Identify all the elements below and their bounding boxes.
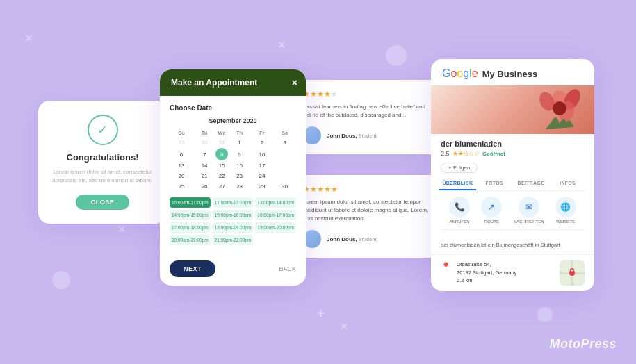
time-slots-grid: 10:00am-11:00pm 11:00am-12:00pm 13:00pm-… — [170, 197, 296, 245]
cal-cell[interactable]: 28 — [228, 181, 251, 192]
map-thumbnail[interactable] — [560, 260, 585, 286]
gmb-tabs: ÜBERBLICK FOTOS BEITRÄGE INFOS — [439, 177, 586, 191]
open-status: Geöffnet — [482, 151, 505, 157]
cal-cell[interactable]: 29 — [170, 138, 193, 148]
gmb-flower-image — [431, 85, 594, 134]
cal-cell[interactable]: 13 — [170, 160, 193, 171]
cal-cell[interactable]: 1 — [228, 138, 251, 148]
messages-label: NACHRICHTEN — [514, 220, 544, 224]
cal-cell[interactable]: 2 — [251, 138, 273, 148]
congrats-icon: ✓ — [88, 115, 118, 145]
modal-header: Make an Appointment × — [160, 69, 306, 96]
cal-day-sa: Sa — [273, 129, 296, 138]
time-slot-6[interactable]: 16:00pm-17:00pm — [255, 210, 296, 220]
congrats-close-button[interactable]: CLOSE — [76, 195, 130, 210]
cal-row-2: 6 7 8 9 10 — [170, 148, 296, 160]
cal-cell[interactable]: 26 — [193, 181, 215, 192]
modal-footer: NEXT BACK — [160, 254, 306, 286]
tab-uberblick[interactable]: ÜBERBLICK — [439, 177, 476, 190]
congrats-text: Lorem ipsum dolor sit amet, consectetur … — [49, 168, 156, 185]
cal-cell[interactable]: 24 — [251, 171, 273, 181]
cal-cell[interactable]: 25 — [170, 181, 193, 192]
cal-day-th: Th — [228, 129, 251, 138]
decoration-x-3: × — [118, 222, 126, 237]
time-slot-9[interactable]: 19:00am-20:00pm — [255, 222, 296, 233]
cal-cell[interactable]: 6 — [170, 148, 193, 160]
time-slot-10[interactable]: 20:00am-21:00pm — [170, 235, 211, 245]
website-label: WEBSITE — [556, 220, 575, 224]
message-icon: ✉ — [519, 197, 539, 217]
action-call[interactable]: 📞 ANRUFEN — [449, 197, 470, 224]
tab-beitrage[interactable]: BEITRÄGE — [513, 177, 550, 190]
gmb-subtitle: My Business — [482, 69, 537, 79]
decoration-plus-2: + — [316, 304, 325, 322]
cal-cell[interactable]: 29 — [251, 181, 273, 192]
cal-row-4: 20 21 22 23 24 — [170, 171, 296, 181]
cal-cell[interactable]: 30 — [273, 181, 296, 192]
cal-cell[interactable]: 7 — [193, 148, 215, 160]
rating-row: 2.5 ★★½☆☆ Geöffnet — [441, 150, 585, 157]
svg-point-4 — [553, 101, 566, 115]
cal-cell[interactable]: 27 — [215, 181, 228, 192]
distance: 2.2 km — [457, 276, 516, 284]
call-label: ANRUFEN — [450, 220, 470, 224]
calendar-grid: Su Tu We Th Fr Sa 29 30 31 1 2 3 — [170, 129, 296, 192]
cal-cell[interactable]: 20 — [170, 171, 193, 181]
cal-cell[interactable]: 16 — [228, 160, 251, 171]
congrats-title: Congratulations! — [49, 152, 156, 163]
cal-cell[interactable]: 3 — [273, 138, 296, 148]
tab-infos[interactable]: INFOS — [549, 177, 586, 190]
close-icon[interactable]: × — [292, 77, 297, 88]
website-icon: 🌐 — [555, 197, 576, 217]
time-slot-11[interactable]: 21:00pm-22:00pm — [213, 235, 254, 245]
svg-point-10 — [571, 270, 573, 272]
decoration-x-2: × — [278, 38, 286, 53]
time-slot-5[interactable]: 15:00pm-16:00pm — [213, 210, 254, 220]
motopress-watermark: MotoPress — [549, 337, 617, 351]
cal-cell[interactable] — [273, 148, 296, 160]
reviewer-name-1: John Dous, Student — [327, 133, 377, 139]
route-icon: ↗ — [481, 197, 502, 217]
review-text-1: I assist learners in finding new effecti… — [303, 103, 434, 119]
cal-cell[interactable] — [273, 171, 296, 181]
address-line1: Olgastraße 54, — [457, 260, 516, 268]
business-name: der blumenladen — [441, 140, 585, 148]
review-card-1: ★★★★★ I assist learners in finding new e… — [292, 80, 445, 154]
time-slot-3[interactable]: 13:00pm-14:00pm — [255, 197, 296, 208]
modal-body: Choose Date September 2020 Su Tu We Th F… — [160, 96, 306, 254]
cal-cell[interactable]: 10 — [251, 148, 273, 160]
reviewer-2: John Dous, Student — [303, 230, 434, 248]
cal-cell[interactable]: 31 — [215, 138, 228, 148]
cal-cell[interactable] — [273, 160, 296, 171]
stars-1: ★★★★★ — [303, 90, 434, 99]
cal-cell[interactable]: 21 — [193, 171, 215, 181]
cal-cell[interactable]: 30 — [193, 138, 215, 148]
cal-cell[interactable]: 23 — [228, 171, 251, 181]
time-slot-1[interactable]: 10:00am-11:00pm — [170, 197, 211, 208]
cal-row-3: 13 14 15 16 17 — [170, 160, 296, 171]
cal-cell[interactable]: 15 — [215, 160, 228, 171]
time-slot-8[interactable]: 18:00pm-19:00pm — [213, 222, 254, 233]
back-link[interactable]: BACK — [279, 265, 296, 272]
cal-cell-selected[interactable]: 8 — [215, 148, 228, 160]
cal-cell[interactable]: 22 — [215, 171, 228, 181]
time-slot-4[interactable]: 14:00pm-15:00pm — [170, 210, 211, 220]
time-slot-7[interactable]: 17:00pm-18:00pm — [170, 222, 211, 233]
next-button[interactable]: NEXT — [170, 260, 215, 277]
action-website[interactable]: 🌐 WEBSITE — [555, 197, 576, 224]
decoration-x-4: × — [341, 320, 348, 334]
cal-cell[interactable]: 14 — [193, 160, 215, 171]
decoration-circle-2 — [52, 271, 70, 289]
cal-cell[interactable]: 9 — [228, 148, 251, 160]
reviewer-1: John Dous, Student — [303, 126, 434, 144]
cal-cell[interactable]: 17 — [251, 160, 273, 171]
gmb-address: 📍 Olgastraße 54, 70182 Stuttgart, German… — [431, 255, 594, 291]
review-card-2: ★★★★★ Lorem ipsum dolor sit amet, consec… — [292, 175, 445, 258]
rating-stars: ★★½☆☆ — [452, 150, 480, 157]
time-slot-2[interactable]: 11:00am-12:00pm — [213, 197, 254, 208]
choose-date-label: Choose Date — [170, 104, 296, 112]
action-messages[interactable]: ✉ NACHRICHTEN — [514, 197, 544, 224]
follow-button[interactable]: + Folgen — [441, 163, 478, 173]
tab-fotos[interactable]: FOTOS — [476, 177, 513, 190]
action-route[interactable]: ↗ ROUTE — [481, 197, 502, 224]
